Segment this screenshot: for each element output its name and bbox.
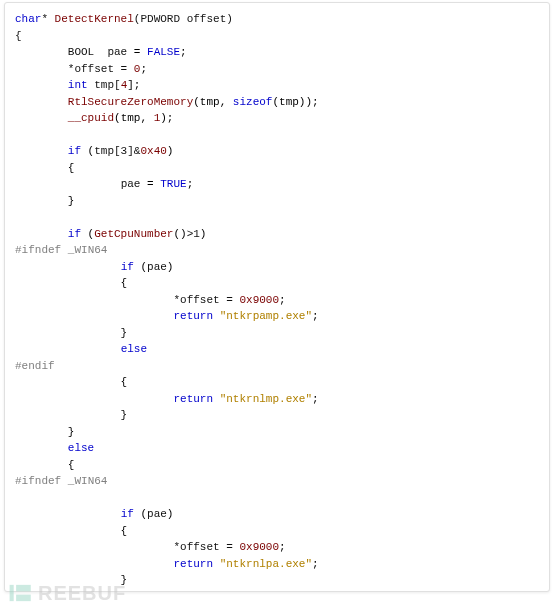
string-ntkrnlpa: "ntkrnlpa.exe" bbox=[220, 558, 312, 570]
preprocessor-endif: #endif bbox=[15, 360, 55, 372]
preprocessor-ifndef: #ifndef _WIN64 bbox=[15, 244, 107, 256]
code-content: char* DetectKernel(PDWORD offset) { BOOL… bbox=[15, 11, 539, 592]
function-name: DetectKernel bbox=[55, 13, 134, 25]
param-type: PDWORD bbox=[140, 13, 180, 25]
string-ntkrpamp: "ntkrpamp.exe" bbox=[220, 310, 312, 322]
preprocessor-ifndef-2: #ifndef _WIN64 bbox=[15, 475, 107, 487]
return-type: char bbox=[15, 13, 41, 25]
code-block: char* DetectKernel(PDWORD offset) { BOOL… bbox=[4, 2, 550, 592]
svg-rect-2 bbox=[16, 595, 31, 602]
string-ntkrnlmp: "ntkrnlmp.exe" bbox=[220, 393, 312, 405]
param-name: offset bbox=[187, 13, 227, 25]
